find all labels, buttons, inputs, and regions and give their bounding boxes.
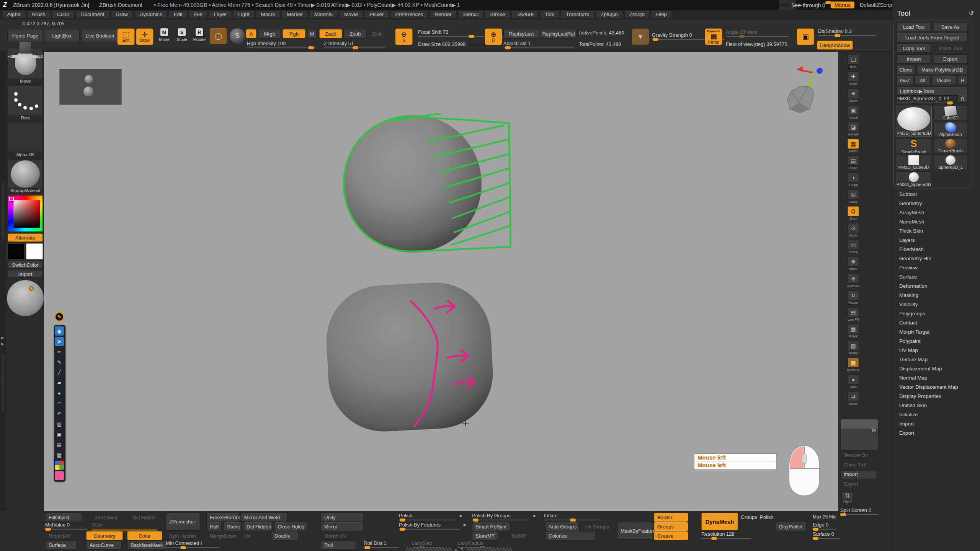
auto-groups-button[interactable]: Auto Groups	[545, 522, 580, 531]
pen-tool-button[interactable]: ▣	[55, 430, 64, 439]
fill-object-button[interactable]: FillObject	[45, 513, 82, 522]
menu-item[interactable]: Alpha	[2, 10, 26, 18]
tool-section-header[interactable]: Morph Target	[899, 328, 958, 337]
alternate-button[interactable]: Alternate	[8, 233, 43, 242]
replay-last-button[interactable]: ReplayLast	[503, 29, 539, 38]
morph-uv-button[interactable]: Morph UV	[321, 531, 350, 540]
move-mode-button[interactable]: M Move	[157, 28, 171, 45]
tool-section-header[interactable]: Unified Skin	[899, 401, 958, 410]
menu-item[interactable]: Zplugin	[596, 10, 622, 18]
tool-section-header[interactable]: UV Map	[899, 346, 958, 355]
menu-item[interactable]: Zscript	[624, 10, 650, 18]
see-through-slider[interactable]: See-through 0	[791, 2, 825, 8]
lazy-step-slider[interactable]: LazyStep	[412, 540, 443, 548]
zremesher-button[interactable]: ZRemesher	[166, 513, 200, 530]
merge-down-button[interactable]: MergeDown	[206, 531, 240, 540]
tool-section-header[interactable]: Contact	[899, 318, 958, 328]
clay-polish-button[interactable]: ClayPolish	[775, 522, 807, 531]
sculpt-blob[interactable]	[323, 280, 495, 434]
main-color-swatch[interactable]	[8, 243, 24, 259]
gravity-brush-button[interactable]: ▼	[632, 28, 649, 45]
menu-item[interactable]: Light	[233, 10, 254, 18]
tool-thumb[interactable]: S SimpleBrush	[896, 139, 932, 153]
pen-tool-button[interactable]: ╱	[55, 368, 64, 377]
sculpt-canvas[interactable]: ✎ ◉➤✏✎╱▰●◠↶▥▣▤▦■■ Mouse left Mouse left	[44, 52, 838, 511]
load-tool-button[interactable]: Load Tool	[897, 22, 931, 31]
current-tool-preview-button[interactable]: ◯	[209, 28, 227, 44]
resolution-slider[interactable]: Resolution 128	[701, 531, 751, 539]
tool-thumb-selected[interactable]: PM3D_Sphere3D	[896, 106, 932, 137]
menu-item[interactable]: Document	[76, 10, 109, 18]
texture-preview[interactable]: Te	[840, 419, 879, 450]
switch-color-button[interactable]: SwitchColor	[8, 261, 43, 269]
tray-open-icon2[interactable]: ▶	[1, 342, 4, 346]
material-quick-item[interactable]: MeshProject	[8, 42, 43, 60]
polish-by-groups-dot[interactable]	[533, 514, 536, 517]
edit-mode-button[interactable]: ⬚ Edit	[117, 28, 135, 45]
tool-section-header[interactable]: Texture Map	[899, 355, 958, 364]
default-zscript-button[interactable]: DefaultZScript	[860, 2, 894, 8]
roll-dist-slider[interactable]: Roll Dist 1	[364, 540, 399, 548]
deep-shadow-button[interactable]: DeepShadow	[817, 41, 853, 50]
pen-tool-button[interactable]: ■	[55, 471, 64, 480]
tool-thumb[interactable]: AlphaBrush	[933, 122, 968, 137]
menu-item[interactable]: Material	[309, 10, 338, 18]
current-stroke-button[interactable]: Dots	[8, 86, 43, 121]
color-sv-square[interactable]	[13, 200, 40, 228]
scroll-down-icon[interactable]: ▼	[460, 547, 464, 551]
tool-thumb[interactable]: Cube3D	[933, 106, 968, 121]
mirror-and-weld-button[interactable]: Mirror And Weld	[241, 513, 287, 522]
secondary-color-swatch[interactable]	[26, 243, 43, 259]
zcut-button[interactable]: Zcut	[368, 29, 385, 38]
del-hidden-button[interactable]: Del Hidden	[243, 522, 272, 531]
tool-section-header[interactable]: Displacement Map	[899, 364, 958, 373]
polish-by-features-dot[interactable]	[463, 523, 466, 526]
texture-export-button[interactable]: Export	[840, 481, 877, 489]
tool-section-header[interactable]: Export	[899, 429, 958, 438]
color-hue-cursor[interactable]	[9, 197, 14, 201]
polish-by-features-slider[interactable]: Polish By Features	[399, 522, 460, 530]
menu-item[interactable]: Brush	[27, 10, 51, 18]
pen-tool-button[interactable]: ▤	[55, 440, 64, 449]
polish-option-label[interactable]: Polish	[760, 514, 773, 520]
lightbox-tools-button[interactable]: Lightbox▶Tools	[897, 86, 968, 96]
right-shelf-button[interactable]: ▣ Actual	[844, 105, 862, 119]
zadd-button[interactable]: Zadd	[319, 29, 342, 38]
tool-section-header[interactable]: Polygroups	[899, 309, 958, 318]
menu-item[interactable]: Stencil	[458, 10, 484, 18]
smart-resym-button[interactable]: Smart ReSym	[472, 522, 510, 531]
polish-by-groups-slider[interactable]: Polish By Groups	[472, 513, 529, 520]
store-mt-button[interactable]: StoreMT	[472, 531, 498, 540]
mirror-button[interactable]: Mirror	[321, 522, 364, 531]
make-polymesh3d-button[interactable]: Make PolyMesh3D	[917, 65, 968, 74]
tool-section-header[interactable]: Layers	[899, 236, 958, 245]
color-import-button[interactable]: Import	[8, 270, 43, 278]
home-page-button[interactable]: Home Page	[8, 29, 43, 42]
double-button[interactable]: Double	[271, 531, 299, 540]
menus-button[interactable]: Menus	[831, 2, 854, 8]
tool-section-header[interactable]: Masking	[899, 291, 958, 300]
menu-item[interactable]: Layer	[209, 10, 232, 18]
tool-section-header[interactable]: Visibility	[899, 300, 958, 309]
tool-section-header[interactable]: Thick Skin	[899, 227, 958, 236]
goz-all-button[interactable]: All	[915, 76, 930, 85]
clone-button[interactable]: Clone	[897, 65, 915, 74]
accu-curve-button[interactable]: AccuCurve	[86, 540, 121, 549]
half-button[interactable]: Half	[206, 522, 222, 531]
max-min-label[interactable]: Max 25 Min	[813, 514, 836, 520]
right-shelf-button[interactable]: Q Qxyz	[844, 206, 862, 220]
palette-reset-icon[interactable]: ↺	[969, 10, 974, 17]
lightbox-button[interactable]: LightBox	[44, 29, 80, 42]
right-shelf-button[interactable]: ▭ Frame	[844, 240, 862, 254]
goz-r-button[interactable]: R	[958, 76, 968, 85]
right-shelf-button[interactable]: ↻ Rotate	[844, 290, 862, 305]
right-shelf-button[interactable]: ◪ AAHalf	[844, 122, 862, 136]
menu-item[interactable]: Movie	[339, 10, 363, 18]
right-shelf-button[interactable]: ▩ Dynamic	[844, 358, 862, 372]
unify-button[interactable]: Unify	[321, 513, 364, 522]
load-tools-from-project-button[interactable]: Load Tools From Project	[897, 33, 968, 42]
freeze-border-button[interactable]: FreezeBorder	[206, 513, 239, 522]
project-color-button[interactable]: Color	[127, 531, 162, 540]
pen-tool-button[interactable]: ➤	[55, 337, 64, 346]
tool-section-header[interactable]: Import	[899, 419, 958, 429]
